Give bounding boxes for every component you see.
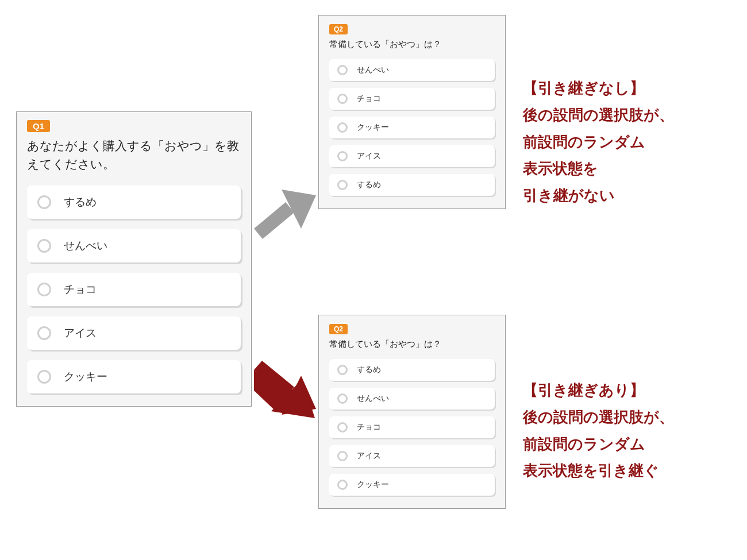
- q1-card: Q1 あなたがよく購入する「おやつ」を教えてください。 するめ せんべい チョコ…: [16, 111, 252, 407]
- q2-inherit-card: Q2 常備している「おやつ」は？ するめ せんべい チョコ アイス クッキー: [318, 315, 506, 509]
- q1-option[interactable]: するめ: [27, 186, 241, 219]
- q1-option-label: せんべい: [64, 238, 107, 253]
- q1-option-label: するめ: [64, 195, 97, 210]
- q2-no-option-label: チョコ: [357, 94, 381, 104]
- q1-option[interactable]: せんべい: [27, 229, 241, 262]
- q1-option[interactable]: アイス: [27, 316, 241, 350]
- radio-icon: [337, 393, 348, 404]
- caption-yes-line: 後の設問の選択肢が、: [523, 404, 674, 431]
- q1-option-list: するめ せんべい チョコ アイス クッキー: [27, 186, 241, 393]
- q2-no-option[interactable]: チョコ: [329, 88, 495, 110]
- q2-no-text: 常備している「おやつ」は？: [329, 38, 495, 50]
- q2-no-option[interactable]: するめ: [329, 174, 495, 196]
- q2-no-inherit-card: Q2 常備している「おやつ」は？ せんべい チョコ クッキー アイス するめ: [318, 15, 506, 209]
- q2-yes-option[interactable]: チョコ: [329, 416, 495, 438]
- q2-yes-option-list: するめ せんべい チョコ アイス クッキー: [329, 359, 495, 496]
- q2-no-option-label: アイス: [357, 151, 381, 161]
- q2-yes-option[interactable]: アイス: [329, 445, 495, 467]
- q2-yes-option-label: せんべい: [357, 393, 389, 404]
- radio-icon: [337, 151, 348, 161]
- q2-no-option-label: クッキー: [357, 122, 389, 133]
- q2-yes-option[interactable]: せんべい: [329, 388, 495, 410]
- radio-icon: [337, 122, 348, 133]
- q2-yes-option-label: するめ: [357, 365, 381, 375]
- radio-icon: [37, 283, 51, 296]
- q2-yes-option[interactable]: クッキー: [329, 474, 495, 496]
- q2-yes-option-label: アイス: [357, 451, 381, 461]
- q2-no-option[interactable]: クッキー: [329, 117, 495, 138]
- q2-no-option-label: するめ: [357, 180, 381, 190]
- q1-option-label: クッキー: [64, 369, 107, 384]
- q2-no-option[interactable]: アイス: [329, 145, 495, 167]
- radio-icon: [337, 480, 348, 490]
- caption-yes-line: 表示状態を引き継ぐ: [523, 457, 674, 484]
- arrow-no-inherit-icon: [254, 183, 318, 253]
- q2-no-option[interactable]: せんべい: [329, 59, 495, 81]
- radio-icon: [337, 180, 348, 190]
- q2-yes-option-label: クッキー: [357, 480, 389, 490]
- caption-yes-title: 【引き継ぎあり】: [523, 377, 674, 404]
- caption-yes-line: 前設問のランダム: [523, 431, 674, 458]
- q2-yes-tag: Q2: [329, 324, 348, 334]
- caption-no-line: 表示状態を: [523, 155, 674, 182]
- caption-inherit: 【引き継ぎあり】 後の設問の選択肢が、 前設問のランダム 表示状態を引き継ぐ: [523, 377, 674, 484]
- q1-tag: Q1: [27, 120, 50, 132]
- q1-option[interactable]: チョコ: [27, 273, 241, 306]
- radio-icon: [37, 370, 51, 384]
- q2-yes-option-label: チョコ: [357, 422, 381, 432]
- caption-no-line: 前設問のランダム: [523, 129, 674, 156]
- q2-no-option-list: せんべい チョコ クッキー アイス するめ: [329, 59, 495, 196]
- arrow-inherit-icon: [254, 356, 318, 426]
- radio-icon: [337, 422, 348, 432]
- radio-icon: [37, 239, 51, 253]
- q2-no-tag: Q2: [329, 24, 348, 34]
- radio-icon: [337, 94, 348, 104]
- radio-icon: [337, 365, 348, 375]
- caption-no-line: 引き継がない: [523, 182, 674, 209]
- q2-no-option-label: せんべい: [357, 65, 389, 75]
- q1-text: あなたがよく購入する「おやつ」を教えてください。: [27, 137, 241, 173]
- caption-no-line: 後の設問の選択肢が、: [523, 102, 674, 129]
- q2-yes-option[interactable]: するめ: [329, 359, 495, 381]
- diagram-stage: Q1 あなたがよく購入する「おやつ」を教えてください。 するめ せんべい チョコ…: [0, 0, 747, 560]
- radio-icon: [37, 195, 51, 209]
- caption-no-title: 【引き継ぎなし】: [523, 75, 674, 102]
- q2-yes-text: 常備している「おやつ」は？: [329, 338, 495, 350]
- q1-option[interactable]: クッキー: [27, 360, 241, 393]
- svg-marker-0: [254, 202, 294, 239]
- radio-icon: [337, 65, 348, 75]
- caption-no-inherit: 【引き継ぎなし】 後の設問の選択肢が、 前設問のランダム 表示状態を 引き継がな…: [523, 75, 674, 209]
- radio-icon: [37, 326, 51, 340]
- radio-icon: [337, 451, 348, 461]
- q1-option-label: チョコ: [64, 282, 97, 297]
- q1-option-label: アイス: [64, 326, 97, 341]
